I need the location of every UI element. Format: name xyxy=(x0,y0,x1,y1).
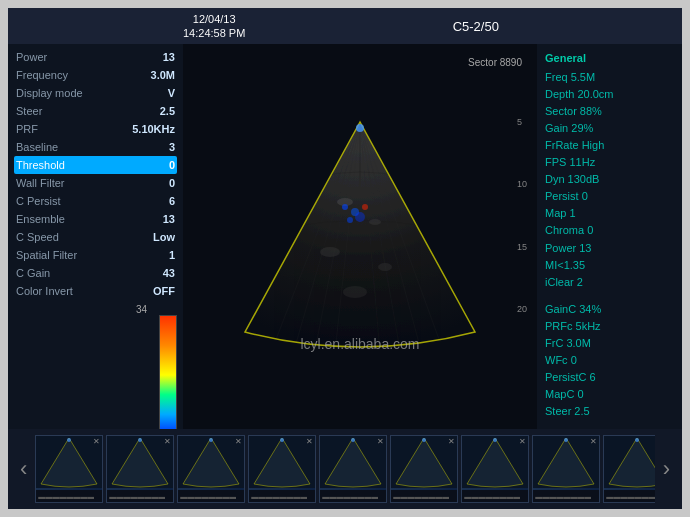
thumbnail-bar-text: ▬▬▬▬▬▬▬▬ xyxy=(322,493,378,500)
general-param-item: Gain 29% xyxy=(545,120,674,137)
thumbnail-bar: ▬▬▬▬▬▬▬▬ xyxy=(533,490,599,502)
next-arrow[interactable]: › xyxy=(659,456,674,482)
param-label: Power xyxy=(16,51,47,63)
svg-point-12 xyxy=(320,247,340,257)
param-value: 3.0M xyxy=(151,69,175,81)
thumbnail[interactable]: ✕ ▬▬▬▬▬▬▬▬ xyxy=(248,435,316,503)
params-container: Power13Frequency3.0MDisplay modeVSteer2.… xyxy=(14,48,177,300)
general-param-item: FrRate High xyxy=(545,137,674,154)
param-label: Ensemble xyxy=(16,213,65,225)
svg-point-21 xyxy=(356,124,364,132)
svg-point-31 xyxy=(351,438,355,442)
param-value: 2.5 xyxy=(160,105,175,117)
depth-10: 10 xyxy=(517,179,527,189)
thumbnail-close-icon[interactable]: ✕ xyxy=(235,437,242,446)
general-param-item: Power 13 xyxy=(545,240,674,257)
color-param-item: GainC 34% xyxy=(545,301,674,318)
thumbnail-close-icon[interactable]: ✕ xyxy=(448,437,455,446)
svg-point-27 xyxy=(209,438,213,442)
thumbnail-bar: ▬▬▬▬▬▬▬▬ xyxy=(320,490,386,502)
thumbnail-image: ✕ xyxy=(320,436,386,490)
general-param-item: Persist 0 xyxy=(545,188,674,205)
param-value: V xyxy=(168,87,175,99)
thumbnail-bar: ▬▬▬▬▬▬▬▬ xyxy=(36,490,102,502)
thumbnail[interactable]: ✕ ▬▬▬▬▬▬▬▬ xyxy=(319,435,387,503)
param-row: Spatial Filter1 xyxy=(14,246,177,264)
svg-point-33 xyxy=(422,438,426,442)
color-params: GainC 34%PRFc 5kHzFrC 3.0MWFc 0PersistC … xyxy=(545,301,674,420)
thumbnail[interactable]: ✕ ▬▬▬▬▬▬▬▬ xyxy=(532,435,600,503)
thumbnail-bar-text: ▬▬▬▬▬▬▬▬ xyxy=(393,493,449,500)
param-label: Frequency xyxy=(16,69,68,81)
svg-point-23 xyxy=(67,438,71,442)
param-row: Threshold0 xyxy=(14,156,177,174)
thumbnails-container: ✕ ▬▬▬▬▬▬▬▬ ✕ ▬▬▬▬▬▬▬▬ ✕ ▬▬▬▬▬▬▬▬ ✕ ▬▬▬▬▬… xyxy=(35,435,654,503)
thumbnail-bar: ▬▬▬▬▬▬▬▬ xyxy=(604,490,654,502)
param-row: Frequency3.0M xyxy=(14,66,177,84)
param-row: Baseline3 xyxy=(14,138,177,156)
param-row: Steer2.5 xyxy=(14,102,177,120)
thumbnail[interactable]: ✕ ▬▬▬▬▬▬▬▬ xyxy=(35,435,103,503)
thumbnail-close-icon[interactable]: ✕ xyxy=(164,437,171,446)
thumbnail[interactable]: ✕ ▬▬▬▬▬▬▬▬ xyxy=(603,435,654,503)
general-param-item: Chroma 0 xyxy=(545,222,674,239)
thumbnail-bar: ▬▬▬▬▬▬▬▬ xyxy=(462,490,528,502)
param-label: Spatial Filter xyxy=(16,249,77,261)
ultrasound-svg xyxy=(215,112,505,362)
thumbnail-image: ✕ xyxy=(533,436,599,490)
svg-point-35 xyxy=(493,438,497,442)
inner-screen: 12/04/13 14:24:58 PM C5-2/50 Power13Freq… xyxy=(8,8,682,509)
param-row: Wall Filter0 xyxy=(14,174,177,192)
svg-point-13 xyxy=(378,263,392,271)
param-row: Color InvertOFF xyxy=(14,282,177,300)
main-content: Power13Frequency3.0MDisplay modeVSteer2.… xyxy=(8,44,682,429)
depth-15: 15 xyxy=(517,242,527,252)
depth-5: 5 xyxy=(517,117,527,127)
ultrasound-display: lcyl.en.alibaba.com xyxy=(215,112,505,362)
thumbnail-image: ✕ xyxy=(604,436,654,490)
general-title: General xyxy=(545,50,674,67)
param-row: C Persist6 xyxy=(14,192,177,210)
depth-scale: 5 10 15 20 xyxy=(517,64,527,314)
thumbnail-bar-text: ▬▬▬▬▬▬▬▬ xyxy=(606,493,654,500)
color-param-item: MapC 0 xyxy=(545,386,674,403)
thumbnail-close-icon[interactable]: ✕ xyxy=(377,437,384,446)
center-area: lcyl.en.alibaba.com 5 10 15 20 Sector 88… xyxy=(183,44,537,429)
color-bar-top-label: 34 xyxy=(136,304,147,315)
svg-point-25 xyxy=(138,438,142,442)
param-label: Threshold xyxy=(16,159,65,171)
thumbnail[interactable]: ✕ ▬▬▬▬▬▬▬▬ xyxy=(390,435,458,503)
param-label: C Gain xyxy=(16,267,50,279)
thumbnail-bar-text: ▬▬▬▬▬▬▬▬ xyxy=(109,493,165,500)
param-value: 0 xyxy=(169,177,175,189)
header: 12/04/13 14:24:58 PM C5-2/50 xyxy=(8,8,682,44)
thumbnail-close-icon[interactable]: ✕ xyxy=(306,437,313,446)
param-value: 13 xyxy=(163,51,175,63)
thumbnail[interactable]: ✕ ▬▬▬▬▬▬▬▬ xyxy=(177,435,245,503)
prev-arrow[interactable]: ‹ xyxy=(16,456,31,482)
thumbnail[interactable]: ✕ ▬▬▬▬▬▬▬▬ xyxy=(461,435,529,503)
thumbnail-close-icon[interactable]: ✕ xyxy=(93,437,100,446)
thumbnail-image: ✕ xyxy=(36,436,102,490)
param-row: Display modeV xyxy=(14,84,177,102)
general-param-item: iClear 2 xyxy=(545,274,674,291)
thumbnail-bar: ▬▬▬▬▬▬▬▬ xyxy=(391,490,457,502)
thumbnail-image: ✕ xyxy=(178,436,244,490)
bottom-bar: ‹ ✕ ▬▬▬▬▬▬▬▬ ✕ ▬▬▬▬▬▬▬▬ ✕ ▬▬▬▬▬▬▬▬ xyxy=(8,429,682,509)
left-panel: Power13Frequency3.0MDisplay modeVSteer2.… xyxy=(8,44,183,429)
thumbnail-bar-text: ▬▬▬▬▬▬▬▬ xyxy=(535,493,591,500)
right-panel: General Freq 5.5MDepth 20.0cmSector 88%G… xyxy=(537,44,682,429)
thumbnail-close-icon[interactable]: ✕ xyxy=(519,437,526,446)
thumbnail-close-icon[interactable]: ✕ xyxy=(590,437,597,446)
thumbnail-image: ✕ xyxy=(249,436,315,490)
param-value: OFF xyxy=(153,285,175,297)
general-param-item: Freq 5.5M xyxy=(545,69,674,86)
thumbnail[interactable]: ✕ ▬▬▬▬▬▬▬▬ xyxy=(106,435,174,503)
param-value: 0 xyxy=(169,159,175,171)
param-label: Baseline xyxy=(16,141,58,153)
thumbnail-bar-text: ▬▬▬▬▬▬▬▬ xyxy=(38,493,94,500)
param-row: Power13 xyxy=(14,48,177,66)
color-params-section: GainC 34%PRFc 5kHzFrC 3.0MWFc 0PersistC … xyxy=(545,301,674,420)
svg-point-19 xyxy=(355,212,365,222)
color-param-item: Steer 2.5 xyxy=(545,403,674,420)
